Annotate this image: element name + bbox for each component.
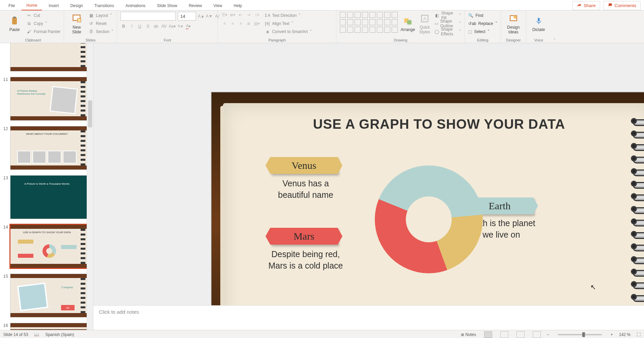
desc-mars[interactable]: Despite being red, Mars is a cold place	[258, 249, 353, 272]
clear-format-icon[interactable]: A⧸	[214, 13, 220, 19]
text-direction-button[interactable]: ↧AText Direction ˅	[264, 12, 312, 19]
scrollbar-handle[interactable]	[88, 100, 92, 127]
thumb-scrollbar[interactable]	[87, 43, 93, 330]
columns-icon[interactable]: ▥▾	[254, 21, 260, 27]
new-slide-button[interactable]: New Slide	[67, 12, 86, 36]
font-family-input[interactable]	[120, 12, 176, 21]
quick-styles-button[interactable]: A Quick Styles	[418, 12, 432, 36]
align-center-icon[interactable]: ≡	[229, 21, 235, 27]
reset-button[interactable]: ↺Reset	[88, 20, 113, 27]
slide-thumb-12[interactable]: WHAT ABOUT FOUR COLUMNS?	[10, 126, 87, 170]
bold-icon[interactable]: B	[120, 23, 127, 29]
zoom-out-button[interactable]: −	[547, 332, 549, 337]
align-right-icon[interactable]: ≡	[237, 21, 244, 27]
thumbnail-pane[interactable]: 11 A Picture Always Reinforces the Conce…	[0, 43, 93, 330]
slide-title[interactable]: USE A GRAPH TO SHOW YOUR DATA	[223, 103, 644, 132]
align-left-icon[interactable]: ≡	[221, 21, 227, 27]
underline-icon[interactable]: U	[137, 23, 143, 29]
line-spacing-icon[interactable]: ↕≡	[254, 12, 260, 18]
tab-animations[interactable]: Animations	[120, 1, 150, 10]
tab-insert[interactable]: Insert	[44, 1, 64, 10]
slide-canvas[interactable]: USE A GRAPH TO SHOW YOUR DATA Venus Venu…	[93, 43, 644, 305]
font-color-icon[interactable]: A▾	[185, 23, 191, 29]
comments-button[interactable]: Comments	[604, 1, 641, 10]
italic-icon[interactable]: I	[129, 23, 135, 29]
ribbon: Paste ✂Cut ⧉Copy ˅ 🖌Format Painter Clipb…	[0, 10, 644, 43]
tab-view[interactable]: View	[208, 1, 227, 10]
tab-transitions[interactable]: Transitions	[89, 1, 119, 10]
shape-effects-button[interactable]: ◯Shape Effects ˅	[435, 28, 461, 35]
slideshow-view-icon[interactable]	[533, 331, 541, 338]
dictate-label: Dictate	[532, 27, 545, 32]
zoom-level[interactable]: 142 %	[619, 332, 631, 337]
fit-window-icon[interactable]: ⛶	[637, 332, 641, 337]
shadow-icon[interactable]: ab	[153, 23, 159, 29]
select-button[interactable]: ⬚Select ˅	[468, 28, 489, 35]
group-clipboard: Paste ✂Cut ⧉Copy ˅ 🖌Format Painter Clipb…	[2, 10, 64, 43]
slide-thumb-14[interactable]: USE A GRAPH TO SHOW YOUR DATA	[10, 224, 87, 268]
shape-outline-button[interactable]: ▭Shape Outline ˅	[435, 20, 461, 27]
highlight-icon[interactable]: ✎▾	[177, 23, 183, 29]
slide-thumb-10[interactable]	[10, 43, 87, 71]
align-text-button[interactable]: [≡]Align Text ˅	[264, 20, 312, 27]
status-bar: Slide 14 of 53 📖 Spanish (Spain) ≣ Notes…	[0, 330, 644, 338]
language-button[interactable]: Spanish (Spain)	[45, 332, 74, 337]
shapes-gallery[interactable]	[340, 12, 398, 33]
slide[interactable]: USE A GRAPH TO SHOW YOUR DATA Venus Venu…	[211, 92, 644, 305]
zoom-in-button[interactable]: +	[611, 332, 613, 337]
tab-help[interactable]: Help	[229, 1, 247, 10]
smartart-button[interactable]: ⬗Convert to SmartArt ˅	[264, 28, 312, 35]
bullets-icon[interactable]: ☰▾	[221, 12, 227, 18]
donut-chart[interactable]	[375, 165, 483, 273]
collapse-ribbon-button[interactable]: ˄	[551, 10, 558, 43]
paste-button[interactable]: Paste	[5, 12, 24, 36]
strike-icon[interactable]: S	[145, 23, 151, 29]
replace-button[interactable]: ↺abReplace ˅	[468, 20, 497, 27]
notes-pane[interactable]: Click to add notes	[93, 305, 644, 330]
font-size-input[interactable]	[178, 12, 196, 21]
label-mars[interactable]: Mars	[270, 228, 338, 245]
tab-review[interactable]: Review	[184, 1, 207, 10]
increase-font-icon[interactable]: A▲	[198, 13, 204, 19]
design-ideas-button[interactable]: Design Ideas	[504, 12, 523, 36]
indent-inc-icon[interactable]: ⇥	[246, 12, 252, 18]
notes-toggle[interactable]: ≣ Notes	[461, 332, 476, 337]
zoom-slider[interactable]	[558, 334, 602, 335]
desc-venus[interactable]: Venus has a beautiful name	[263, 178, 348, 201]
tab-file[interactable]: File	[3, 1, 20, 10]
numbering-icon[interactable]: ≣▾	[229, 12, 235, 18]
spellcheck-icon[interactable]: 📖	[34, 332, 39, 337]
tab-design[interactable]: Design	[65, 1, 88, 10]
tab-home[interactable]: Home	[21, 1, 42, 10]
slide-thumb-11[interactable]: A Picture Always Reinforces the Concept	[10, 77, 87, 121]
slide-thumb-16[interactable]: INFOGRAPHICS MAKE YOUR IDEA UNDERSTANDAB…	[10, 323, 87, 330]
share-button[interactable]: Share	[572, 1, 600, 10]
paste-label: Paste	[9, 27, 20, 32]
shape-fill-button[interactable]: ◧Shape Fill ˅	[435, 12, 461, 19]
slide-thumb-13[interactable]: A Picture Is Worth a Thousand Words	[10, 175, 87, 219]
justify-icon[interactable]: ≣	[246, 21, 252, 27]
normal-view-icon[interactable]	[484, 331, 492, 338]
cut-button[interactable]: ✂Cut	[26, 12, 60, 19]
slide-counter[interactable]: Slide 14 of 53	[3, 332, 28, 337]
indent-dec-icon[interactable]: ⇤	[237, 12, 244, 18]
slide-thumb-15[interactable]: Company 02	[10, 274, 87, 317]
decrease-font-icon[interactable]: A▼	[206, 13, 212, 19]
reading-view-icon[interactable]	[516, 331, 525, 338]
section-button[interactable]: ☰Section ˅	[88, 28, 113, 35]
group-label-drawing: Drawing	[340, 37, 461, 42]
arrange-button[interactable]: Arrange	[400, 12, 415, 36]
chevron-down-icon: ˅	[459, 13, 461, 18]
label-venus[interactable]: Venus	[270, 157, 338, 174]
group-drawing: Arrange A Quick Styles ◧Shape Fill ˅ ▭Sh…	[336, 10, 465, 43]
spacing-icon[interactable]: AV	[161, 23, 167, 29]
replace-icon: ↺ab	[468, 21, 476, 26]
find-button[interactable]: 🔍Find	[468, 12, 483, 19]
copy-button[interactable]: ⧉Copy ˅	[26, 20, 60, 27]
change-case-icon[interactable]: Aa▾	[169, 23, 175, 29]
tab-slideshow[interactable]: Slide Show	[152, 1, 182, 10]
layout-button[interactable]: ▦Layout ˅	[88, 12, 113, 19]
dictate-button[interactable]: Dictate	[530, 12, 548, 36]
format-painter-button[interactable]: 🖌Format Painter	[26, 28, 60, 35]
sorter-view-icon[interactable]	[500, 331, 508, 338]
